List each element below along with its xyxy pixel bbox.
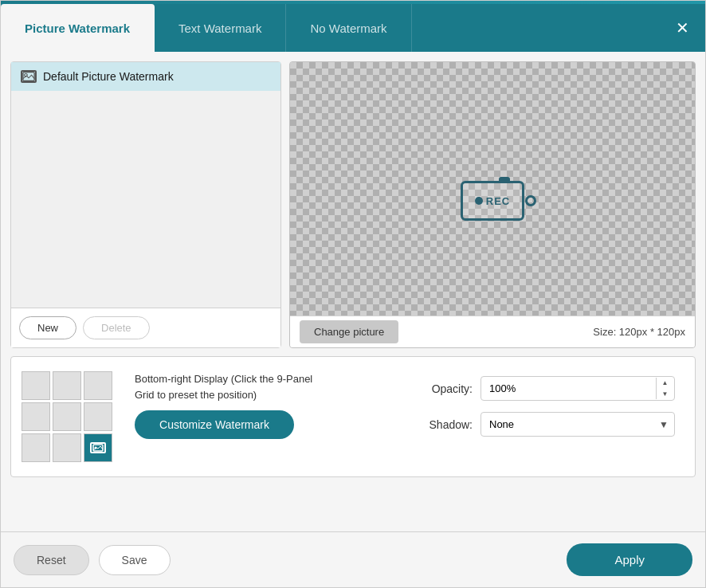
bottom-section: Bottom-right Display (Click the 9-Panel … — [10, 356, 696, 477]
rec-icon: REC — [461, 181, 524, 221]
rec-dot — [475, 197, 483, 205]
camera-body: REC — [461, 181, 524, 221]
list-body — [11, 91, 280, 308]
grid-cell-icon — [90, 442, 106, 453]
size-label: Size: 120px * 120px — [593, 326, 685, 338]
image-icon — [21, 70, 37, 83]
tab-picture-watermark[interactable]: Picture Watermark — [1, 4, 155, 52]
footer-left-buttons: Reset Save — [14, 545, 171, 575]
delete-button[interactable]: Delete — [83, 316, 150, 339]
apply-button[interactable]: Apply — [567, 543, 692, 576]
grid-cell-4[interactable] — [22, 402, 50, 431]
tab-no-watermark[interactable]: No Watermark — [286, 4, 411, 52]
opacity-select[interactable]: 100% 90% 80% 70% 60% 50% 40% 30% 20% 10% — [480, 376, 675, 401]
tab-text-watermark[interactable]: Text Watermark — [155, 4, 286, 52]
nine-panel-grid — [15, 365, 119, 468]
tab-no-watermark-label: No Watermark — [310, 22, 386, 35]
list-panel: Default Picture Watermark New Delete — [10, 61, 281, 348]
grid-cell-6[interactable] — [84, 402, 112, 431]
shadow-label: Shadow: — [421, 418, 473, 431]
top-section: Default Picture Watermark New Delete — [10, 61, 696, 348]
rec-icon-container: REC — [461, 181, 524, 221]
opacity-label: Opacity: — [421, 382, 473, 395]
rec-box: REC — [461, 181, 524, 221]
footer: Reset Save Apply — [1, 531, 705, 587]
controls-right: Opacity: 100% 90% 80% 70% 60% 50% 40% 30… — [405, 365, 691, 448]
close-button[interactable]: ✕ — [660, 4, 705, 52]
grid-cell-5[interactable] — [53, 402, 81, 431]
change-picture-button[interactable]: Change picture — [300, 320, 398, 343]
main-content: Default Picture Watermark New Delete — [1, 52, 705, 531]
grid-cell-7[interactable] — [22, 433, 50, 462]
tab-bar: Picture Watermark Text Watermark No Wate… — [1, 4, 705, 52]
grid-cell-9[interactable] — [84, 433, 112, 462]
watermark-dialog: Picture Watermark Text Watermark No Wate… — [0, 0, 706, 588]
shadow-row: Shadow: None Light Medium Strong ▼ — [421, 412, 675, 437]
save-button[interactable]: Save — [99, 545, 171, 575]
list-item-default-label: Default Picture Watermark — [43, 70, 174, 83]
opacity-select-wrapper: 100% 90% 80% 70% 60% 50% 40% 30% 20% 10% — [480, 376, 675, 401]
grid-cell-1[interactable] — [22, 371, 50, 400]
opacity-row: Opacity: 100% 90% 80% 70% 60% 50% 40% 30… — [421, 376, 675, 401]
preview-panel: REC Change picture Size: 120px * 120px — [289, 61, 696, 348]
list-item-default[interactable]: Default Picture Watermark — [11, 62, 280, 91]
position-info: Bottom-right Display (Click the 9-Panel … — [135, 365, 389, 445]
shadow-select-wrapper: None Light Medium Strong ▼ — [480, 412, 675, 437]
new-button[interactable]: New — [19, 316, 76, 339]
position-description: Bottom-right Display (Click the 9-Panel … — [135, 371, 389, 402]
shadow-select[interactable]: None Light Medium Strong — [480, 412, 675, 437]
tab-picture-watermark-label: Picture Watermark — [25, 22, 130, 35]
grid-cell-8[interactable] — [53, 433, 81, 462]
grid-cell-3[interactable] — [84, 371, 112, 400]
camera-notch — [499, 177, 510, 183]
reset-button[interactable]: Reset — [14, 545, 89, 575]
rec-text: REC — [486, 195, 510, 207]
rec-lens — [525, 195, 536, 206]
preview-bottom-bar: Change picture Size: 120px * 120px — [290, 316, 695, 347]
tab-text-watermark-label: Text Watermark — [178, 22, 261, 35]
list-buttons: New Delete — [11, 308, 280, 347]
grid-cell-2[interactable] — [53, 371, 81, 400]
customize-watermark-button[interactable]: Customize Watermark — [135, 410, 294, 439]
